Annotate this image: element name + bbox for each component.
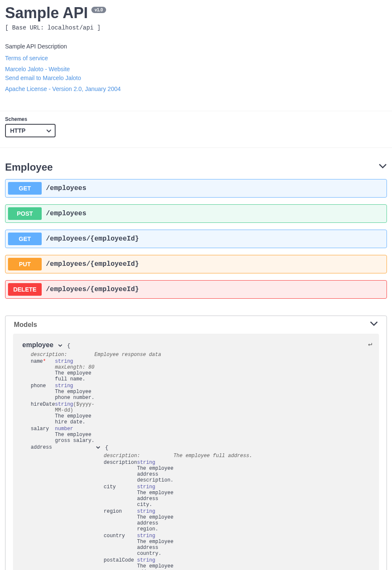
prop-type: string xyxy=(137,484,155,490)
prop-value: stringmaxLength: 80The employee full nam… xyxy=(55,358,95,383)
method-badge: DELETE xyxy=(8,283,42,296)
collapse-icon[interactable]: ↵ xyxy=(368,340,372,348)
operation-path: /employees xyxy=(46,210,86,217)
prop-name: city xyxy=(104,484,137,508)
operation-delete-employees--employeeId-[interactable]: DELETE/employees/{employeeId} xyxy=(5,280,387,299)
prop-name: phone xyxy=(31,383,55,401)
prop-value: stringThe employee address region. xyxy=(137,508,173,533)
models-header-label: Models xyxy=(14,321,37,329)
tag-name: Employee xyxy=(5,161,53,173)
prop-description: The employee gross salary. xyxy=(55,432,95,444)
prop-name: postalCode xyxy=(104,557,137,570)
required-star: * xyxy=(43,359,46,364)
prop-type: string xyxy=(137,508,155,514)
model-description-value: Employee response data xyxy=(94,351,252,358)
prop-name: salary xyxy=(31,425,55,444)
chevron-down-icon[interactable] xyxy=(96,446,100,450)
prop-value: stringThe employee address city. xyxy=(137,484,173,508)
contact-website-link[interactable]: Marcelo Jaloto - Website xyxy=(5,65,387,74)
contact-email-link[interactable]: Send email to Marcelo Jaloto xyxy=(5,74,387,83)
model-name: employee xyxy=(22,341,53,349)
tag-toggle-employee[interactable]: Employee xyxy=(5,158,387,179)
prop-name: hireDate xyxy=(31,401,55,425)
prop-type: string xyxy=(55,383,73,389)
prop-type: string xyxy=(55,359,73,364)
version-badge: v1.0 xyxy=(91,7,106,13)
operation-path: /employees/{employeeId} xyxy=(46,260,139,268)
operation-post-employees[interactable]: POST/employees xyxy=(5,204,387,223)
scheme-select[interactable]: HTTP xyxy=(5,124,56,137)
model-employee: ↵ employee { description: Employee respo… xyxy=(13,334,379,570)
method-badge: POST xyxy=(8,207,42,220)
prop-description: The employee address region. xyxy=(137,514,173,532)
operation-put-employees--employeeId-[interactable]: PUT/employees/{employeeId} xyxy=(5,255,387,273)
prop-type: string xyxy=(137,533,155,539)
prop-type: string xyxy=(137,557,155,563)
method-badge: GET xyxy=(8,233,42,245)
operation-path: /employees/{employeeId} xyxy=(46,235,139,243)
prop-description: The employee hire date. xyxy=(55,413,95,425)
api-title: Sample API xyxy=(5,4,88,22)
open-brace: { xyxy=(67,343,70,349)
address-description-label: description: xyxy=(104,452,173,459)
prop-value: stringThe employee phone number. xyxy=(55,383,95,401)
prop-name: region xyxy=(104,508,137,533)
model-description-label: description: xyxy=(31,351,94,358)
prop-type: string xyxy=(137,460,155,466)
prop-description: The employee full name. xyxy=(55,370,95,382)
prop-constraint: maxLength: 80 xyxy=(55,364,95,370)
chevron-down-icon xyxy=(370,321,378,329)
method-badge: GET xyxy=(8,182,42,195)
method-badge: PUT xyxy=(8,258,42,270)
prop-name: country xyxy=(104,533,137,557)
chevron-down-icon[interactable] xyxy=(58,344,62,348)
prop-value: numberThe employee gross salary. xyxy=(55,425,95,444)
terms-link[interactable]: Terms of service xyxy=(5,54,387,63)
operation-path: /employees xyxy=(46,185,86,192)
license-link[interactable]: Apache License - Version 2.0, January 20… xyxy=(5,85,387,94)
prop-value: stringThe employee address description. xyxy=(137,459,173,484)
base-url: [ Base URL: localhost/api ] xyxy=(5,24,387,31)
prop-value: stringThe employee address postal code. xyxy=(137,557,173,570)
open-brace: { xyxy=(105,444,108,451)
api-description: Sample API Description xyxy=(5,43,387,50)
models-toggle[interactable]: Models xyxy=(5,316,387,334)
operation-get-employees--employeeId-[interactable]: GET/employees/{employeeId} xyxy=(5,230,387,248)
prop-name: description xyxy=(104,459,137,484)
prop-name-address: address xyxy=(31,444,94,570)
operation-get-employees[interactable]: GET/employees xyxy=(5,179,387,198)
schemes-label: Schemes xyxy=(5,116,387,122)
prop-name: name* xyxy=(31,358,55,383)
prop-description: The employee address city. xyxy=(137,490,173,508)
prop-description: The employee address postal code. xyxy=(137,563,173,570)
prop-value: stringThe employee address country. xyxy=(137,533,173,557)
prop-description: The employee address country. xyxy=(137,539,173,557)
address-description-value: The employee full address. xyxy=(173,452,252,459)
operation-path: /employees/{employeeId} xyxy=(46,286,139,293)
prop-value: string($yyyy-MM-dd)The employee hire dat… xyxy=(55,401,95,425)
prop-description: The employee address description. xyxy=(137,466,173,483)
prop-description: The employee phone number. xyxy=(55,389,95,401)
prop-type: number xyxy=(55,426,73,432)
prop-type: string xyxy=(55,401,73,407)
chevron-down-icon xyxy=(379,163,387,171)
